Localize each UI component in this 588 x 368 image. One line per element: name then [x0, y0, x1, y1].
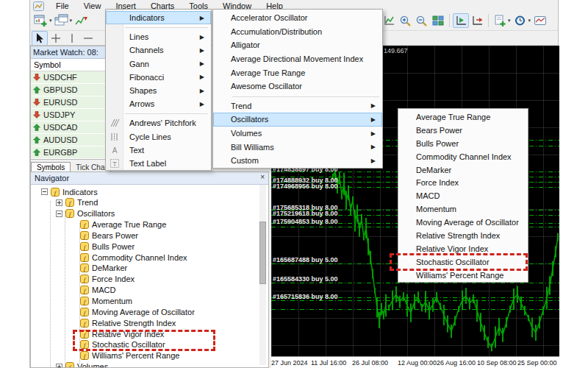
menu-item-channels[interactable]: Channels▶ — [106, 43, 211, 57]
menu-item-bulls-power[interactable]: Bulls Power — [398, 137, 528, 150]
menu-item-commodity-channel-index[interactable]: Commodity Channel Index — [398, 150, 528, 163]
menu-item-trend[interactable]: Trend▶ — [213, 99, 382, 113]
dropdown-caret-icon[interactable]: ▾ — [508, 18, 511, 24]
tree-item-macd[interactable]: fMACD — [71, 285, 115, 296]
f-icon: f — [80, 286, 89, 294]
menu-item-demarker[interactable]: DeMarker — [398, 163, 528, 177]
new-template-button[interactable] — [492, 13, 508, 28]
symbol-row-eurusd[interactable]: EURUSD — [31, 96, 110, 109]
menu-item-momentum[interactable]: Momentum — [398, 202, 528, 216]
zoom-in-button[interactable] — [398, 13, 414, 28]
menu-item-accumulation-distribution[interactable]: Accumulation/Distribution — [213, 25, 382, 39]
text-icon: A — [109, 145, 121, 155]
f-icon: f — [80, 308, 89, 316]
timeframes-button[interactable] — [512, 13, 528, 28]
dropdown-caret-icon[interactable]: ▾ — [70, 18, 73, 24]
profiles-button[interactable] — [54, 13, 70, 28]
tree-item-trend[interactable]: fTrend — [56, 197, 98, 208]
auto-scroll-button[interactable] — [453, 13, 469, 28]
tree-item-average-true-range[interactable]: fAverage True Range — [71, 219, 166, 230]
menu-item-average-true-range[interactable]: Average True Range — [213, 66, 382, 79]
submenu-arrow-icon: ▶ — [362, 102, 376, 109]
menu-item-text[interactable]: AText — [106, 144, 211, 157]
cursor-button[interactable] — [32, 31, 48, 46]
symbol-row-gbpusd[interactable]: GBPUSD — [31, 84, 110, 96]
menu-item-accelerator-oscillator[interactable]: Accelerator Oscillator — [213, 11, 382, 25]
zoom-out-button[interactable] — [414, 13, 430, 28]
tree-item-relative-strength-index[interactable]: fRelative Strength Index — [71, 317, 176, 328]
close-icon[interactable]: × — [260, 173, 265, 181]
navigator-scrollbar[interactable] — [259, 185, 266, 365]
submenu-arrow-icon: ▶ — [191, 34, 204, 40]
menu-item-arrows[interactable]: Arrows▶ — [106, 97, 211, 110]
symbol-row-eurgbp[interactable]: EURGBP — [31, 146, 110, 159]
menu-item-label: DeMarker — [416, 166, 451, 174]
menu-item-shapes[interactable]: Shapes▶ — [106, 84, 211, 97]
menu-item-andrews-pitchfork[interactable]: Andrews' Pitchfork — [106, 116, 211, 130]
menu-item-bill-williams[interactable]: Bill Williams▶ — [213, 140, 382, 154]
tree-item-momentum[interactable]: fMomentum — [71, 296, 132, 307]
indicator-line-button[interactable] — [381, 13, 398, 28]
horizontal-line-button[interactable] — [80, 31, 96, 46]
tick-chart-button[interactable] — [74, 13, 90, 28]
dropdown-caret-icon[interactable]: ▾ — [49, 18, 52, 24]
crosshair-button[interactable] — [48, 31, 64, 46]
menu-item-volumes[interactable]: Volumes▶ — [213, 127, 382, 141]
tree-item-oscillators[interactable]: fOscillators — [56, 208, 115, 219]
menu-item-custom[interactable]: Custom▶ — [213, 154, 382, 168]
chart-shift-button[interactable] — [469, 13, 485, 28]
menu-item-gann[interactable]: Gann▶ — [106, 57, 211, 71]
tree-item-indicators[interactable]: fIndicators — [41, 186, 98, 197]
plus-box-icon[interactable] — [56, 364, 62, 367]
tree-guide-line — [65, 211, 65, 367]
menu-item-label: Relative Vigor Index — [416, 244, 488, 253]
menu-item-bears-power[interactable]: Bears Power — [398, 124, 528, 137]
symbol-row-audusd[interactable]: AUDUSD — [31, 134, 110, 146]
vertical-line-button[interactable] — [64, 31, 80, 46]
menubar-item-view[interactable]: View — [76, 1, 109, 11]
tree-item-force-index[interactable]: fForce Index — [71, 274, 135, 285]
menu-item-moving-average-of-oscillator[interactable]: Moving Average of Oscillator — [398, 216, 528, 229]
tree-item-volumes[interactable]: fVolumes — [56, 361, 108, 367]
menu-item-text-label[interactable]: TText Label — [106, 157, 211, 170]
plus-box-icon[interactable] — [56, 199, 62, 206]
menu-item-label: Trend — [231, 102, 251, 110]
new-chart-button[interactable] — [33, 13, 49, 28]
time-axis-label: 12 Aug 00:00 — [398, 359, 437, 367]
symbol-row-usdchf[interactable]: USDCHF — [31, 71, 110, 84]
menu-item-awesome-oscillator[interactable]: Awesome Oscillator — [213, 79, 382, 93]
tree-item-demarker[interactable]: fDeMarker — [71, 263, 127, 274]
menu-item-average-true-range[interactable]: Average True Range — [398, 110, 528, 124]
tree-item-moving-average-of-oscillator[interactable]: fMoving Average of Oscillator — [71, 306, 195, 317]
menubar-item-file[interactable]: File — [49, 1, 76, 11]
menu-item-fibonacci[interactable]: Fibonacci▶ — [106, 71, 211, 84]
symbol-label: EURGBP — [43, 148, 77, 157]
tree-item-williams-percent-range[interactable]: fWilliams' Percent Range — [71, 350, 179, 361]
time-axis: 27 Jun 202411 Jul 16:0026 Jul 08:0012 Au… — [271, 356, 559, 368]
menu-item-lines[interactable]: Lines▶ — [106, 30, 211, 43]
tree-item-label: Commodity Channel Index — [92, 253, 187, 262]
minus-box-icon[interactable] — [56, 210, 62, 217]
tree-item-commodity-channel-index[interactable]: fCommodity Channel Index — [71, 252, 187, 263]
menu-item-average-directional-movement-index[interactable]: Average Directional Movement Index — [213, 52, 382, 66]
menu-item-label: Custom — [231, 156, 259, 165]
tab-symbols[interactable]: Symbols — [31, 162, 71, 172]
tile-windows-button[interactable] — [430, 13, 446, 28]
tree-item-bears-power[interactable]: fBears Power — [71, 230, 138, 241]
menu-item-oscillators[interactable]: Oscillators▶ — [213, 113, 382, 127]
minus-box-icon[interactable] — [41, 188, 48, 195]
menu-item-relative-strength-index[interactable]: Relative Strength Index — [398, 229, 528, 242]
symbol-row-usdjpy[interactable]: USDJPY — [31, 109, 110, 121]
symbol-row-usdcad[interactable]: USDCAD — [31, 121, 110, 134]
scrollbar-thumb[interactable] — [259, 222, 266, 284]
tree-item-bulls-power[interactable]: fBulls Power — [71, 241, 135, 252]
menu-item-alligator[interactable]: Alligator — [213, 38, 382, 52]
menu-item-label: Moving Average of Oscillator — [416, 218, 519, 227]
dropdown-caret-icon[interactable]: ▾ — [528, 18, 531, 24]
menu-item-force-index[interactable]: Force Index — [398, 176, 528, 189]
menu-item-label: Andrews' Pitchfork — [129, 118, 196, 127]
templates-button[interactable] — [532, 13, 548, 28]
menu-item-cycle-lines[interactable]: Cycle Lines — [106, 130, 211, 144]
menu-item-indicators[interactable]: Indicators▶ — [106, 11, 211, 24]
menu-item-macd[interactable]: MACD — [398, 189, 528, 202]
